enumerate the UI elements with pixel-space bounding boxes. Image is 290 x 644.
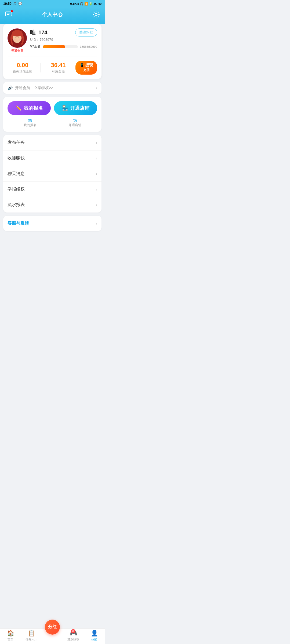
menu-item-statement[interactable]: 流水报表 ›	[3, 197, 102, 213]
speaker-icon: 🔊	[8, 85, 13, 90]
level-label: V7王者	[30, 44, 41, 49]
menu-item-recruit-earn[interactable]: 收徒赚钱 ›	[3, 151, 102, 166]
member-banner[interactable]: 🔊 开通会员，立享特权>> ›	[3, 82, 102, 94]
recharge-label: 充值	[83, 68, 90, 72]
withdraw-button[interactable]: 📱 提现 充值	[75, 61, 97, 75]
open-shop-button[interactable]: 🏪 开通店铺	[54, 101, 97, 115]
action-btns: ✏️ 我的报名 🏪 开通店铺	[8, 101, 97, 115]
signup-stat-label: 我的报名	[24, 123, 37, 127]
service-chevron: ›	[96, 221, 97, 226]
svg-point-7	[12, 30, 23, 36]
withdraw-top: 📱 提现	[80, 63, 93, 68]
vip-badge[interactable]: 开通会员	[8, 49, 27, 53]
menu-item-report[interactable]: 举报维权 ›	[3, 182, 102, 197]
profile-top: 开通会员 唯_174 关注粉丝 UID：7603979 V7王者 38566/5…	[8, 28, 97, 53]
signup-stat: (0) 我的报名	[8, 118, 52, 127]
menu-item-chat[interactable]: 聊天消息 ›	[3, 166, 102, 182]
shop-label: 开通店铺	[70, 105, 89, 111]
action-stats: (0) 我的报名 (0) 开通店铺	[8, 118, 97, 127]
message-badge	[11, 10, 13, 12]
menu-card: 发布任务 › 收徒赚钱 › 聊天消息 › 举报维权 › 流水报表 ›	[3, 135, 102, 213]
recruit-earn-chevron: ›	[96, 156, 97, 161]
shop-stat-label: 开通店铺	[68, 123, 81, 127]
menu-item-publish-task[interactable]: 发布任务 ›	[3, 135, 102, 151]
service-item[interactable]: 客服与反馈 ›	[3, 216, 102, 231]
member-left: 🔊 开通会员，立享特权>>	[8, 85, 53, 90]
time: 10:50	[3, 2, 12, 6]
service-label: 客服与反馈	[8, 221, 29, 226]
member-text: 开通会员，立享特权>>	[15, 86, 53, 90]
app-icon1: 🎵	[13, 2, 17, 6]
chat-label: 聊天消息	[8, 171, 25, 177]
status-bar: 10:50 🎵 💬 0.1K/s 🎧 📶 🔋 4G 40	[0, 0, 105, 8]
publish-task-label: 发布任务	[8, 140, 25, 145]
chat-chevron: ›	[96, 171, 97, 176]
recruit-earn-label: 收徒赚钱	[8, 155, 25, 161]
svg-point-3	[95, 13, 97, 16]
available-amount: 36.41 可用金额	[43, 62, 73, 74]
svg-point-9	[19, 39, 21, 40]
svg-rect-0	[5, 12, 12, 16]
app-icon2: 💬	[18, 2, 22, 6]
level-bar	[43, 45, 65, 48]
avatar-wrap: 开通会员	[8, 28, 27, 53]
statement-label: 流水报表	[8, 202, 25, 208]
my-signup-button[interactable]: ✏️ 我的报名	[8, 101, 51, 115]
status-left: 10:50 🎵 💬	[3, 2, 22, 6]
follow-fans-button[interactable]: 关注粉丝	[75, 28, 97, 36]
username: 唯_174	[30, 29, 48, 36]
signup-count: (0)	[28, 118, 32, 122]
shop-count: (0)	[73, 118, 77, 122]
settings-button[interactable]	[92, 10, 100, 19]
svg-point-8	[14, 39, 16, 40]
profile-card: 开通会员 唯_174 关注粉丝 UID：7603979 V7王者 38566/5…	[3, 24, 102, 79]
signup-icon: ✏️	[16, 105, 21, 111]
shop-stat: (0) 开通店铺	[52, 118, 97, 127]
signup-label: 我的报名	[24, 105, 43, 111]
available-amount-label: 可用金额	[52, 69, 65, 74]
page-title: 个人中心	[13, 11, 92, 18]
finance-row: 0.00 任务预估金额 36.41 可用金额 📱 提现 充值	[8, 57, 97, 75]
member-chevron: ›	[96, 86, 97, 90]
report-label: 举报维权	[8, 186, 25, 192]
avatar[interactable]	[8, 28, 27, 48]
network-speed: 0.1K/s	[70, 2, 79, 5]
signal-icon: 📶	[84, 2, 88, 6]
message-button[interactable]	[4, 10, 13, 19]
profile-info: 唯_174 关注粉丝 UID：7603979 V7王者 38566/59999	[30, 28, 97, 49]
task-amount-label: 任务预估金额	[13, 69, 32, 74]
header: 个人中心	[0, 8, 105, 24]
level-progress: 38566/59999	[80, 45, 97, 48]
battery-icon: 🔋	[89, 2, 93, 6]
headphone-icon: 🎧	[80, 2, 84, 6]
available-amount-value: 36.41	[51, 62, 66, 69]
shop-icon: 🏪	[62, 105, 68, 111]
battery-level: 4G 40	[93, 2, 102, 5]
task-amount: 0.00 任务预估金额	[8, 62, 38, 74]
level-row: V7王者 38566/59999	[30, 44, 97, 49]
task-amount-value: 0.00	[17, 62, 28, 69]
finance-divider	[40, 63, 41, 72]
statement-chevron: ›	[96, 203, 97, 207]
action-card: ✏️ 我的报名 🏪 开通店铺 (0) 我的报名 (0) 开通店铺	[3, 97, 102, 132]
publish-task-chevron: ›	[96, 140, 97, 145]
status-right: 0.1K/s 🎧 📶 🔋 4G 40	[70, 2, 102, 6]
service-card: 客服与反馈 ›	[3, 216, 102, 231]
report-chevron: ›	[96, 187, 97, 192]
uid: UID：7603979	[30, 37, 97, 42]
level-bar-wrap	[43, 45, 78, 48]
